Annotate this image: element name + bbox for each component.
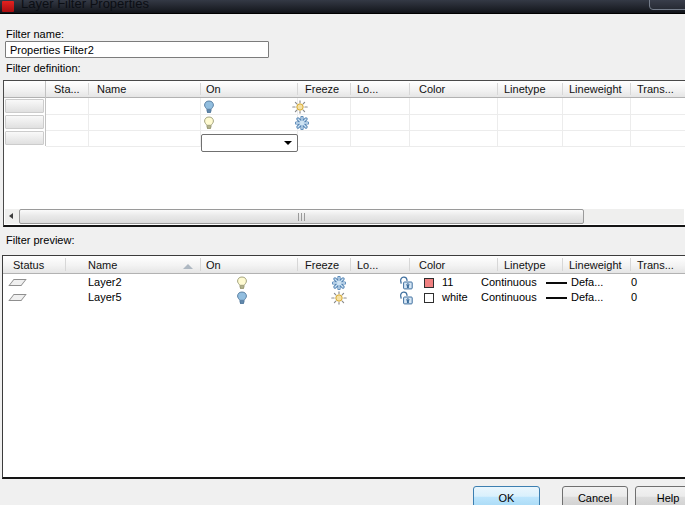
layer-status-icon <box>8 279 26 286</box>
lineweight-value: Defa... <box>571 276 603 288</box>
def-col-color[interactable]: Color <box>419 83 445 95</box>
lightbulb-off-icon[interactable] <box>236 291 248 305</box>
lineweight-value: Defa... <box>571 291 603 303</box>
pv-col-lineweight[interactable]: Lineweight <box>569 259 622 271</box>
row-selector[interactable] <box>5 115 44 129</box>
on-value-dropdown[interactable] <box>201 134 298 152</box>
layer-filter-properties-dialog: { "window": { "title": "Layer Filter Pro… <box>0 0 685 505</box>
layer-status-icon <box>8 294 26 301</box>
pv-col-freeze[interactable]: Freeze <box>305 259 339 271</box>
color-value: white <box>442 291 468 303</box>
pv-col-color[interactable]: Color <box>419 259 445 271</box>
pv-col-trans[interactable]: Trans... <box>637 259 674 271</box>
lightbulb-on-icon[interactable] <box>203 116 215 130</box>
layer-name: Layer2 <box>88 276 122 288</box>
pv-col-status[interactable]: Status <box>13 259 44 271</box>
filter-preview-grid[interactable]: Status Name On Freeze Lo... Color Linety… <box>2 255 685 479</box>
def-col-linetype[interactable]: Linetype <box>504 83 546 95</box>
dropdown-arrow-icon[interactable] <box>284 141 292 145</box>
definition-header-row: Sta... Name On Freeze Lo... Color Linety… <box>4 81 685 98</box>
thaw-sun-icon[interactable] <box>292 100 308 114</box>
lightbulb-on-icon[interactable] <box>236 276 248 290</box>
filter-name-label: Filter name: <box>6 28 64 40</box>
row-selector[interactable] <box>5 131 44 145</box>
window-title: Layer Filter Properties <box>21 0 149 11</box>
filter-preview-label: Filter preview: <box>6 234 74 246</box>
thaw-sun-icon[interactable] <box>331 291 347 305</box>
color-value: 11 <box>442 276 453 288</box>
layer-name: Layer5 <box>88 291 122 303</box>
def-col-on[interactable]: On <box>206 83 221 95</box>
linetype-value: Continuous <box>481 291 537 303</box>
transparency-value: 0 <box>631 291 637 303</box>
scrollbar-thumb[interactable] <box>19 209 584 224</box>
row-selector[interactable] <box>5 99 44 113</box>
scrollbar-left-arrow-icon[interactable] <box>5 209 18 224</box>
color-swatch[interactable] <box>424 278 434 288</box>
lineweight-sample-icon <box>546 297 567 299</box>
transparency-value: 0 <box>631 276 637 288</box>
pv-col-on[interactable]: On <box>206 259 221 271</box>
help-button[interactable]: Help <box>635 486 685 505</box>
filter-name-input[interactable] <box>5 41 269 58</box>
pv-col-linetype[interactable]: Linetype <box>504 259 546 271</box>
filter-definition-grid[interactable]: Sta... Name On Freeze Lo... Color Linety… <box>3 80 685 227</box>
sort-ascending-icon <box>183 264 193 269</box>
def-col-status[interactable]: Sta... <box>54 83 80 95</box>
app-icon <box>2 1 14 12</box>
lineweight-sample-icon <box>546 282 567 284</box>
color-swatch[interactable] <box>424 293 434 303</box>
unlock-icon[interactable] <box>399 291 413 305</box>
horizontal-scrollbar[interactable] <box>5 209 684 224</box>
def-col-trans[interactable]: Trans... <box>637 83 674 95</box>
freeze-snowflake-icon[interactable] <box>295 116 309 130</box>
unlock-icon[interactable] <box>399 276 413 290</box>
close-icon[interactable] <box>649 0 685 10</box>
scrollbar-grip <box>298 213 306 221</box>
def-col-lineweight[interactable]: Lineweight <box>569 83 622 95</box>
filter-definition-label: Filter definition: <box>6 62 81 74</box>
def-col-name[interactable]: Name <box>97 83 126 95</box>
pv-col-lock[interactable]: Lo... <box>357 259 378 271</box>
cancel-button[interactable]: Cancel <box>562 486 628 505</box>
lightbulb-off-icon[interactable] <box>203 100 215 114</box>
titlebar[interactable]: Layer Filter Properties <box>0 0 685 14</box>
def-col-lock[interactable]: Lo... <box>357 83 378 95</box>
freeze-snowflake-icon[interactable] <box>332 276 346 290</box>
def-col-freeze[interactable]: Freeze <box>305 83 339 95</box>
pv-col-name[interactable]: Name <box>88 259 117 271</box>
linetype-value: Continuous <box>481 276 537 288</box>
preview-header-row: Status Name On Freeze Lo... Color Linety… <box>3 256 685 274</box>
ok-button[interactable]: OK <box>473 486 540 505</box>
